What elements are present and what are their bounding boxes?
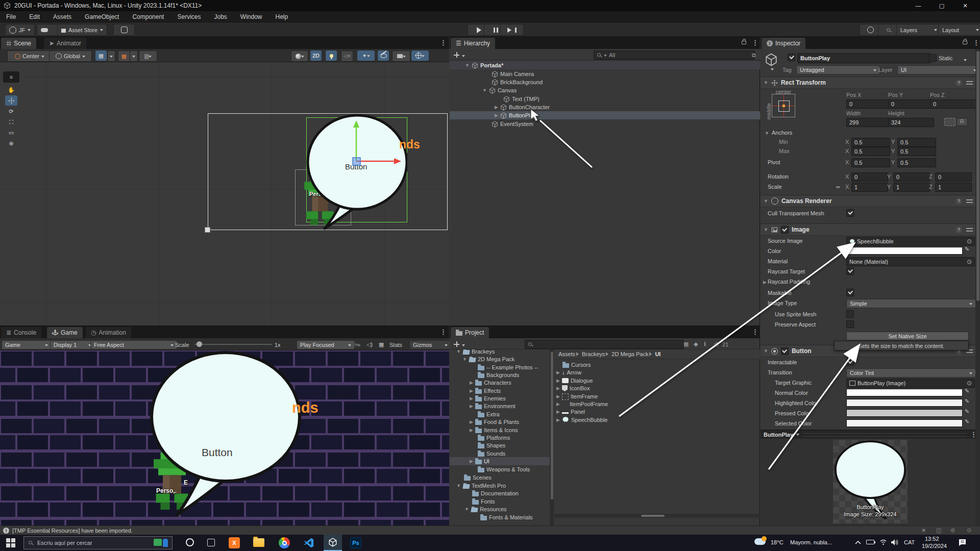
gameobject-name-field[interactable]: ButtonPlay — [797, 53, 931, 63]
asset-row[interactable]: IconBox — [554, 384, 760, 392]
layout-dropdown[interactable]: Layout — [938, 24, 980, 36]
static-checkbox[interactable] — [929, 54, 937, 62]
effects-toggle[interactable]: ✦ — [357, 51, 375, 61]
inspector-menu-dots[interactable] — [973, 39, 979, 46]
hidden-packages-icon[interactable]: ◎ — [714, 341, 719, 347]
crumb-pack[interactable]: 2D Mega Pack — [611, 351, 648, 357]
start-button[interactable] — [6, 538, 15, 547]
rotation-x[interactable]: 0 — [851, 172, 888, 182]
notification-icon[interactable] — [958, 539, 967, 546]
asset-row[interactable]: ItemPoolFrame — [554, 400, 760, 408]
aspect-dropdown[interactable]: Free Aspect — [90, 340, 177, 349]
cache-server-icon[interactable]: ◫ — [936, 527, 941, 534]
asset-store-dropdown[interactable]: Asset Store — [57, 24, 107, 36]
audio-mute-toggle[interactable]: ◁✕ — [341, 51, 353, 62]
tray-chevron-icon[interactable] — [855, 540, 861, 544]
project-tree-scrollbar[interactable] — [550, 349, 554, 526]
image-header[interactable]: Image — [761, 223, 980, 236]
tab-animator[interactable]: ➤ Animator — [44, 38, 86, 49]
hierarchy-add-button[interactable] — [454, 52, 459, 58]
asset-row[interactable]: SpeechBubble — [554, 416, 760, 424]
project-bottom-scrollbar[interactable] — [554, 514, 760, 518]
source-image-field[interactable]: SpeechBubble — [846, 237, 975, 246]
highlighted-color-swatch[interactable] — [846, 399, 963, 407]
asset-row[interactable]: ↓Arrow — [554, 368, 760, 377]
keyboard-lang[interactable]: CAT — [904, 539, 915, 545]
move-gizmo[interactable] — [315, 118, 407, 169]
cortana-icon[interactable] — [186, 538, 194, 546]
preview-header[interactable]: ButtonPlay — [761, 430, 980, 439]
anchor-max-x[interactable]: 0.5 — [851, 147, 890, 156]
chrome-icon[interactable] — [279, 537, 290, 548]
lighting-toggle[interactable] — [326, 51, 337, 61]
crumb-ui[interactable]: UI — [655, 351, 660, 357]
scale-slider-track[interactable] — [194, 344, 272, 345]
gizmos-dropdown[interactable]: Gizmos — [409, 340, 451, 349]
info-icon[interactable]: ℹ — [704, 341, 706, 347]
anchors-foldout[interactable]: Anchors — [772, 130, 792, 136]
object-picker-icon[interactable] — [967, 239, 972, 244]
tools-overlay-handle[interactable]: ≡ — [3, 71, 19, 83]
maskable-checkbox[interactable] — [846, 289, 854, 296]
project-menu-dots[interactable] — [752, 328, 758, 336]
layer-dropdown[interactable]: UI — [897, 65, 980, 74]
pivot-y[interactable]: 0.5 — [897, 158, 936, 167]
taskbar-temp[interactable]: 18°C — [771, 539, 783, 545]
hierarchy-row-scene[interactable]: Portada* — [450, 61, 760, 69]
image-enabled-checkbox[interactable] — [781, 226, 789, 234]
anchor-min-x[interactable]: 0.5 — [851, 138, 890, 147]
static-caret[interactable] — [964, 59, 967, 63]
minimize-button[interactable]: — — [906, 0, 930, 11]
help-icon[interactable] — [955, 80, 962, 86]
width-field[interactable]: 299 — [846, 118, 892, 127]
photoshop-icon[interactable]: Ps — [350, 537, 361, 548]
crumb-brackeys[interactable]: Brackeys — [582, 351, 605, 357]
tab-animation[interactable]: ◷Animation — [86, 327, 131, 338]
scale-x[interactable]: 1 — [851, 183, 888, 192]
target-graphic-field[interactable]: ButtonPlay (Image) — [846, 379, 975, 388]
preview-drag-lines[interactable] — [802, 433, 967, 437]
tool-handle-position-dropdown[interactable]: Center — [7, 51, 52, 62]
set-native-size-button[interactable]: Set Native Size — [846, 332, 969, 340]
2d-toggle[interactable]: 2D — [310, 51, 322, 61]
xampp-icon[interactable]: X — [229, 537, 240, 548]
game-menu-dots[interactable] — [440, 328, 447, 336]
step-button[interactable] — [500, 24, 524, 36]
volume-icon[interactable] — [891, 539, 899, 546]
transform-tool[interactable]: ⊕ — [5, 138, 17, 148]
hierarchy-row[interactable]: EventSystem — [450, 120, 760, 128]
pos-z-field[interactable]: 0 — [930, 99, 976, 109]
clock-time[interactable]: 13:52 — [925, 536, 939, 542]
account-dropdown[interactable]: JF — [5, 24, 35, 36]
menu-assets[interactable]: Assets — [53, 13, 71, 20]
tool-handle-rotation-dropdown[interactable]: Global — [49, 51, 92, 62]
image-type-dropdown[interactable]: Simple — [846, 299, 976, 308]
project-add-caret[interactable] — [462, 344, 465, 348]
hierarchy-row-selected[interactable]: ButtonPlay — [450, 111, 760, 119]
unity-taskbar-icon[interactable] — [324, 535, 342, 551]
hierarchy-add-caret[interactable] — [462, 55, 465, 59]
game-viewport[interactable]: E Perso,. Button nds — [0, 350, 449, 526]
pivot-x[interactable]: 0.5 — [851, 158, 890, 167]
wifi-icon[interactable] — [879, 539, 887, 545]
selected-color-swatch[interactable] — [846, 419, 963, 427]
collab-button[interactable] — [113, 24, 135, 36]
rect-handle[interactable] — [205, 227, 210, 233]
taskbar-weather[interactable]: Mayorm. nubla... — [790, 539, 832, 545]
move-tool[interactable] — [5, 95, 17, 106]
project-add-button[interactable] — [454, 341, 459, 347]
debug-icon[interactable]: 🐜 — [354, 341, 361, 348]
tab-inspector[interactable]: i Inspector — [762, 38, 805, 49]
anchor-max-y[interactable]: 0.5 — [897, 147, 936, 156]
raycast-target-checkbox[interactable] — [846, 267, 854, 275]
rotation-z[interactable]: 0 — [935, 172, 972, 182]
menu-jobs[interactable]: Jobs — [214, 13, 227, 20]
pos-x-field[interactable]: 0 — [846, 99, 892, 109]
presets-icon[interactable] — [966, 80, 973, 86]
normal-color-swatch[interactable] — [846, 389, 963, 396]
maximize-button[interactable]: ▢ — [930, 0, 953, 11]
vscode-icon[interactable] — [303, 537, 314, 548]
hierarchy-menu-dots[interactable] — [752, 39, 758, 46]
view-hand-tool[interactable]: ✋ — [5, 85, 17, 95]
active-checkbox[interactable] — [788, 54, 795, 61]
